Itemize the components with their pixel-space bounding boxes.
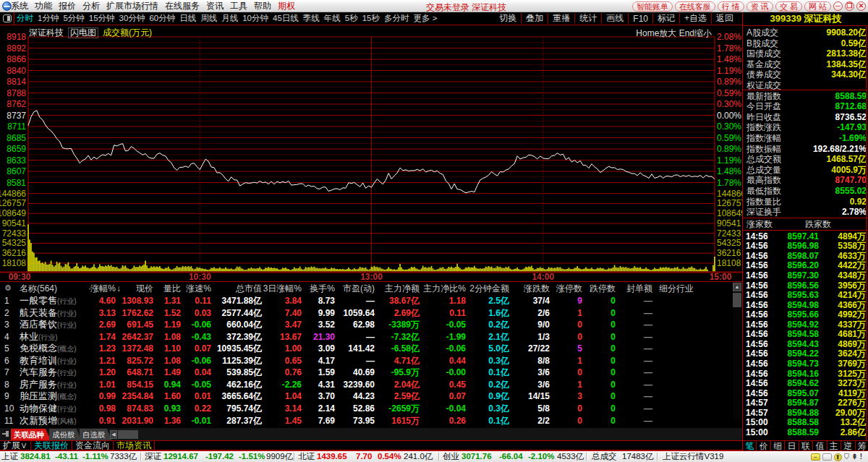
hscroll-left-icon[interactable]: ◀ — [110, 430, 117, 439]
header-button-2[interactable]: 在线客服 — [675, 1, 715, 12]
alert-icon[interactable]: ! — [860, 453, 862, 461]
menu-item-7[interactable]: 资讯 — [206, 0, 224, 12]
period-tab-17[interactable]: 更多 > — [414, 13, 438, 24]
action-button-6[interactable]: F10 — [629, 14, 652, 24]
table-row-3[interactable]: 3酒店餐饮(行业)2.69691.451.19-0.06660.04亿3.473… — [0, 319, 732, 330]
period-tab-8[interactable]: 周线 — [200, 13, 217, 24]
period-tab-9[interactable]: 月线 — [221, 13, 238, 24]
subnav-item-3[interactable]: 资金流向 — [72, 441, 113, 450]
header-button-1[interactable]: 智能账单 — [632, 1, 673, 12]
menu-item-1[interactable]: 系统 — [11, 0, 28, 12]
bottom-tab-3[interactable]: 自选股 — [80, 429, 112, 440]
header-button-5[interactable]: 交 易 — [775, 1, 802, 12]
menu-item-options[interactable]: 期权 — [278, 0, 295, 12]
bottom-tab-2[interactable]: 成份股 — [49, 429, 82, 440]
tick-row[interactable]: 14:568594.984366万 — [743, 300, 868, 310]
period-tab-1[interactable]: 分时 — [17, 13, 33, 24]
table-row-1[interactable]: 1一般零售(行业)4.601308.931.310.113471.88亿3.84… — [0, 295, 732, 307]
panel-toggle-icon[interactable] — [3, 14, 12, 22]
action-button-8[interactable]: +自选 — [680, 12, 711, 25]
tick-row[interactable]: 14:568598.074633万 — [743, 251, 868, 261]
col-header-16[interactable]: 细分行业 — [659, 283, 724, 294]
subnav-item-2[interactable]: 关联报价 — [31, 441, 72, 450]
period-tab-3[interactable]: 5分钟 — [63, 13, 84, 24]
period-tab-2[interactable]: 1分钟 — [38, 13, 59, 24]
menu-item-6[interactable]: 在线服务 — [165, 0, 200, 12]
tick-row[interactable]: 14:568596.204422万 — [743, 260, 868, 270]
sidebar-tab-5[interactable]: 联 — [799, 441, 813, 450]
chart-title-mode[interactable]: 闪电图 — [68, 27, 98, 38]
tick-row[interactable]: 14:568596.563956万 — [743, 281, 868, 291]
action-button-2[interactable]: 叠加 — [522, 12, 548, 25]
tick-row[interactable]: 14:578594.8829.00万 — [743, 408, 868, 418]
table-row-5[interactable]: 5免税概念(概念)1.231372.481.100.0710935.45亿1.0… — [0, 343, 732, 354]
menu-item-4[interactable]: 分析 — [82, 0, 100, 12]
table-row-2[interactable]: 2航天装备(行业)3.131762.621.520.032577.44亿7.40… — [0, 307, 732, 319]
tick-row[interactable]: 14:568597.414894万 — [743, 231, 868, 241]
period-tab-15[interactable]: 15秒 — [362, 13, 380, 24]
restore-icon[interactable]: ❐ — [845, 1, 854, 11]
table-row-8[interactable]: 8房产服务(行业)1.01854.150.94-0.05462.16亿-2.26… — [0, 379, 732, 390]
tick-row[interactable]: 14:568594.223624万 — [743, 348, 868, 359]
tick-row[interactable]: 14:568595.634214万 — [743, 290, 868, 300]
period-tab-12[interactable]: 季线 — [303, 13, 320, 24]
table-vertical-scrollbar[interactable]: ▲ — [733, 283, 741, 420]
sidebar-tab-2[interactable]: 价 — [757, 441, 770, 450]
scroll-up-icon[interactable]: ▲ — [733, 283, 741, 291]
action-button-9[interactable]: 返回 — [712, 12, 738, 25]
sidebar-tab-1[interactable]: 笔 — [743, 441, 757, 450]
tick-row[interactable]: 14:568596.985358万 — [743, 241, 868, 251]
upload-icon[interactable]: ⬆ — [834, 453, 842, 461]
tick-row[interactable]: 14:568594.434869万 — [743, 339, 868, 349]
sidebar-tab-4[interactable]: 日 — [785, 441, 799, 450]
tick-row[interactable]: 14:568595.664992万 — [743, 309, 868, 320]
tick-row[interactable]: 14:568595.074119万 — [743, 388, 868, 398]
action-button-3[interactable]: 重播 — [548, 12, 574, 25]
table-row-4[interactable]: 4林业(行业)1.742642.371.08-0.43372.39亿13.672… — [0, 331, 732, 343]
period-tab-11[interactable]: 45日线 — [273, 13, 299, 24]
bottom-tab-1[interactable]: 关联品种 — [11, 429, 51, 440]
tick-row[interactable]: 14:568594.584681万 — [743, 329, 868, 339]
col-header-name[interactable]: 名称(564) — [20, 283, 57, 294]
hscroll-thumb[interactable] — [118, 430, 138, 439]
minimize-panel-icon[interactable]: – — [811, 453, 820, 461]
double-arrow-up-icon[interactable]: ⇞ — [851, 453, 857, 461]
chart-title-indicator[interactable]: 成交额(万元) — [103, 27, 152, 39]
action-button-1[interactable]: 切换 — [495, 12, 521, 25]
tick-row[interactable]: 14:568594.163125万 — [743, 369, 868, 379]
action-button-4[interactable]: 统计 — [575, 12, 601, 25]
period-tab-4[interactable]: 15分钟 — [89, 13, 115, 24]
col-header-4[interactable]: 涨速% — [155, 283, 211, 294]
antenna-icon[interactable]: ⛉ — [844, 453, 850, 461]
tick-row[interactable]: 14:568594.733769万 — [743, 359, 868, 369]
sidebar-tab-8[interactable]: 逆 — [841, 441, 855, 450]
period-tab-14[interactable]: 5秒 — [345, 13, 358, 24]
period-tab-5[interactable]: 30分钟 — [119, 13, 145, 24]
period-tab-6[interactable]: 60分钟 — [149, 13, 175, 24]
window-panel-icon[interactable] — [822, 453, 832, 461]
period-tab-7[interactable]: 日线 — [179, 13, 196, 24]
tick-row[interactable]: 15:008588.5813.2亿 — [743, 417, 868, 427]
period-tab-16[interactable]: 多分时 — [384, 13, 409, 24]
sector-name[interactable]: 林业(行业) — [20, 331, 58, 343]
header-button-6[interactable]: 网 站 — [804, 1, 831, 12]
close-icon[interactable]: ✕ — [856, 1, 866, 11]
menu-item-5[interactable]: 扩展市场行情 — [106, 0, 158, 12]
col-header-15[interactable]: 封单额 — [596, 283, 652, 294]
menu-item-3[interactable]: 报价 — [59, 0, 76, 12]
subnav-item-1[interactable]: 扩展∨ — [0, 441, 30, 450]
header-button-4[interactable]: 资 讯 — [746, 1, 773, 12]
header-button-3[interactable]: 行 情 — [718, 1, 744, 12]
table-row-10[interactable]: 10动物保健(行业)0.98874.830.930.22795.74亿3.142… — [0, 403, 732, 414]
chart-canvas[interactable]: 89182.08%88921.78%88661.48%88401.19%8814… — [0, 25, 742, 281]
table-row-9[interactable]: 9胎压监测(概念)0.992354.841.600.013665.64亿1.04… — [0, 390, 732, 402]
pin-icon[interactable] — [2, 431, 11, 437]
sidebar-tab-7[interactable]: 主 — [827, 441, 841, 450]
menu-item-9[interactable]: 帮助 — [254, 0, 271, 12]
menu-item-2[interactable]: 功能 — [35, 0, 52, 12]
sidebar-tab-3[interactable]: 细 — [771, 441, 785, 450]
menu-item-8[interactable]: 工具 — [230, 0, 247, 12]
tick-row[interactable]: 14:568597.304348万 — [743, 270, 868, 281]
table-row-11[interactable]: 11次新预增(风格)0.912031.901.36-0.01287.37亿1.4… — [0, 415, 732, 427]
tick-row[interactable]: 14:568594.924337万 — [743, 320, 868, 330]
